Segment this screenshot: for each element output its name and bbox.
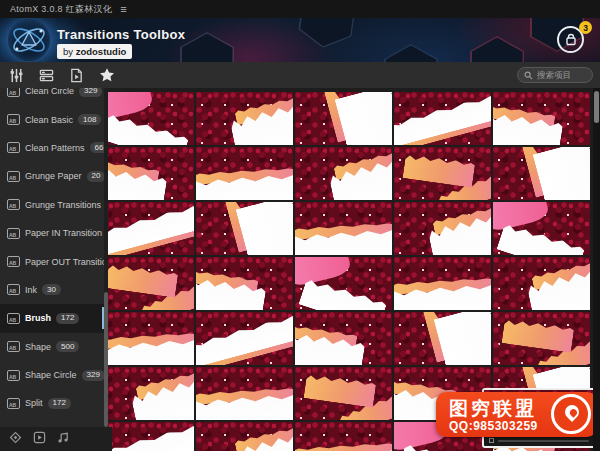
music-note-icon[interactable] — [57, 430, 70, 448]
sidebar-item-label: Shape — [25, 342, 51, 352]
search-icon — [524, 66, 533, 84]
sidebar-item-split[interactable]: ABSplit172 — [0, 389, 108, 417]
sidebar-item-shape[interactable]: ABShape500 — [0, 333, 108, 361]
sidebar-item-label: Clean Basic — [25, 115, 73, 125]
sidebar-item-grunge-transitions[interactable]: ABGrunge Transitions — [0, 191, 108, 219]
hexagon-decoration — [180, 32, 234, 62]
transition-thumbnail[interactable] — [97, 257, 194, 310]
window-titlebar: AtomX 3.0.8 红森林汉化 ≡ — [0, 0, 600, 18]
sidebar-item-brush[interactable]: ABBrush172 — [0, 304, 108, 332]
bottom-toolbar — [0, 427, 112, 451]
transition-thumbnail[interactable] — [493, 202, 590, 255]
transition-thumbnail[interactable] — [493, 92, 590, 145]
ab-composition-icon: AB — [7, 398, 20, 409]
favorites-star-icon[interactable] — [99, 67, 115, 83]
menu-icon[interactable]: ≡ — [120, 4, 126, 15]
transition-thumbnail[interactable] — [295, 257, 392, 310]
transition-thumbnail[interactable] — [196, 422, 293, 451]
player-stop-icon[interactable] — [489, 438, 494, 443]
transition-thumbnail[interactable] — [196, 367, 293, 420]
ab-composition-icon: AB — [7, 88, 20, 97]
transition-thumbnail[interactable] — [196, 312, 293, 365]
transition-thumbnail[interactable] — [295, 312, 392, 365]
category-sidebar: ABClean Circle329ABClean Basic108ABClean… — [0, 88, 108, 427]
sidebar-item-clean-basic[interactable]: ABClean Basic108 — [0, 105, 108, 133]
sidebar-item-ink[interactable]: ABInk30 — [0, 276, 108, 304]
item-count-badge: 108 — [78, 114, 101, 125]
transition-thumbnail[interactable] — [394, 312, 491, 365]
item-count-badge: 329 — [82, 370, 105, 381]
transition-thumbnail[interactable] — [97, 367, 194, 420]
watermark-qq: QQ:985303259 — [449, 419, 538, 433]
transition-thumbnail[interactable] — [295, 367, 392, 420]
item-count-badge: 500 — [56, 341, 79, 352]
transition-thumbnail[interactable] — [97, 147, 194, 200]
transition-thumbnail[interactable] — [97, 92, 194, 145]
transition-thumbnail[interactable] — [97, 312, 194, 365]
keyframe-diamond-icon[interactable] — [9, 430, 22, 448]
transition-thumbnail[interactable] — [97, 202, 194, 255]
transition-thumbnail[interactable] — [295, 202, 392, 255]
transition-thumbnail[interactable] — [196, 202, 293, 255]
filter-sliders-icon[interactable] — [9, 68, 24, 83]
item-count-badge: 329 — [79, 88, 102, 97]
sidebar-item-label: Split — [25, 398, 43, 408]
hexagon-decoration — [296, 18, 358, 51]
transition-thumbnail[interactable] — [196, 147, 293, 200]
ab-composition-icon: AB — [7, 313, 20, 324]
notification-badge: 3 — [579, 21, 592, 34]
ab-composition-icon: AB — [7, 114, 20, 125]
sidebar-item-label: Paper IN Transition — [25, 228, 102, 238]
sidebar-item-label: Ink — [25, 285, 37, 295]
transition-thumbnail[interactable] — [295, 147, 392, 200]
video-preview-icon[interactable] — [33, 430, 46, 448]
sidebar-item-label: Grunge Paper — [25, 171, 82, 181]
sidebar-item-clean-circle[interactable]: ABClean Circle329 — [0, 88, 108, 105]
toolbar — [0, 62, 600, 88]
search-input[interactable] — [537, 70, 589, 80]
transition-thumbnail[interactable] — [493, 147, 590, 200]
list-view-icon[interactable] — [39, 68, 54, 83]
sidebar-item-shape-circle[interactable]: ABShape Circle329 — [0, 361, 108, 389]
transition-thumbnail[interactable] — [394, 257, 491, 310]
transition-thumbnail[interactable] — [493, 312, 590, 365]
flame-icon — [551, 394, 591, 434]
ab-composition-icon: AB — [7, 228, 20, 239]
sidebar-item-paper-in-transition[interactable]: ABPaper IN Transition — [0, 219, 108, 247]
sidebar-item-label: Paper OUT Transitio — [25, 257, 107, 267]
author-badge: by zodostudio — [57, 44, 132, 59]
transition-thumbnail[interactable] — [295, 92, 392, 145]
transition-thumbnail[interactable] — [196, 92, 293, 145]
sidebar-item-label: Clean Patterns — [25, 143, 85, 153]
header-banner: Transitions Toolbox by zodostudio 3 — [0, 18, 600, 62]
main-scrollbar[interactable] — [593, 88, 600, 451]
sidebar-item-paper-out-transitio[interactable]: ABPaper OUT Transitio — [0, 247, 108, 275]
sidebar-item-label: Grunge Transitions — [25, 200, 101, 210]
ab-composition-icon: AB — [7, 284, 20, 295]
atomx-logo-icon — [8, 19, 50, 61]
sidebar-scrollbar[interactable] — [104, 88, 108, 427]
sidebar-item-label: Clean Circle — [25, 88, 74, 96]
transition-thumbnail[interactable] — [394, 202, 491, 255]
window-title: AtomX 3.0.8 红森林汉化 — [10, 3, 112, 16]
transition-thumbnail[interactable] — [196, 257, 293, 310]
sidebar-item-grunge-paper[interactable]: ABGrunge Paper20 — [0, 162, 108, 190]
search-box[interactable] — [517, 67, 593, 83]
main-scrollbar-thumb[interactable] — [594, 91, 599, 123]
ab-composition-icon: AB — [7, 199, 20, 210]
transition-thumbnail[interactable] — [493, 257, 590, 310]
item-count-badge: 20 — [87, 171, 106, 182]
transition-thumbnail[interactable] — [295, 422, 392, 451]
transition-thumbnail[interactable] — [394, 147, 491, 200]
hexagon-decoration — [384, 44, 438, 62]
ab-composition-icon: AB — [7, 256, 20, 267]
sidebar-item-clean-patterns[interactable]: ABClean Patterns66 — [0, 134, 108, 162]
sidebar-scrollbar-thumb[interactable] — [104, 292, 108, 427]
item-count-badge: 172 — [48, 398, 71, 409]
transition-thumbnail[interactable] — [394, 92, 491, 145]
ab-composition-icon: AB — [7, 341, 20, 352]
watermark-banner: 图穷联盟 QQ:985303259 — [436, 392, 597, 437]
player-progress[interactable] — [498, 440, 589, 442]
byline-author: zodostudio — [76, 46, 127, 57]
file-play-icon[interactable] — [69, 68, 84, 83]
